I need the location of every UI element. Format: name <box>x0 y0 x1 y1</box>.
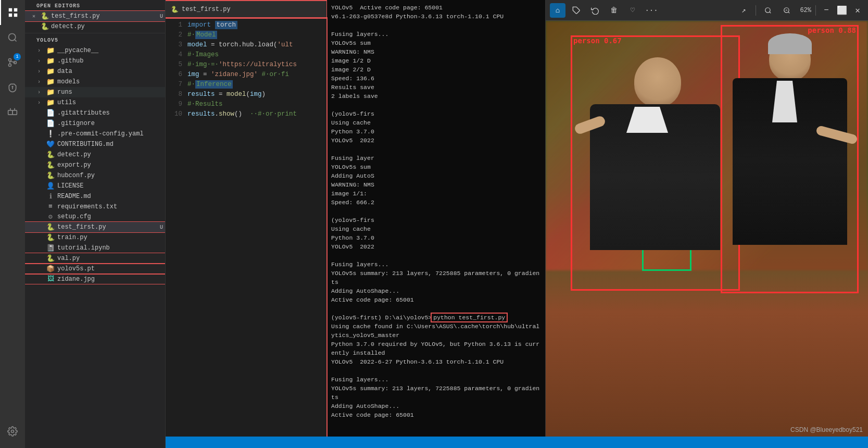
activity-explorer[interactable] <box>0 0 25 25</box>
tree-label: LICENSE <box>57 182 83 190</box>
tree-item-license[interactable]: › 👤 LICENSE <box>25 181 165 191</box>
tree-label: export.py <box>57 161 91 169</box>
tree-item-utils[interactable]: › 📁 utils <box>25 97 165 108</box>
tree-label: __pycache__ <box>57 47 98 54</box>
term-line: Fusing layers... <box>331 375 541 384</box>
sidebar: OPEN EDITORS ✕ 🐍 test_first.py U ✕ 🐍 det… <box>25 0 166 448</box>
statusbar <box>166 437 868 448</box>
tree-item-tutorial[interactable]: › 📓 tutorial.ipynb <box>25 243 165 253</box>
activity-debug[interactable] <box>0 75 25 100</box>
tree-item-gitattributes[interactable]: › 📄 .gitattributes <box>25 108 165 118</box>
term-line: Python 3.7.0 <box>331 127 541 136</box>
svg-point-15 <box>11 430 14 433</box>
activity-search[interactable] <box>0 25 25 50</box>
line-content: #·Inference <box>187 80 233 90</box>
term-line: YOLOv5 2022 <box>331 242 541 251</box>
open-editor-test-first[interactable]: ✕ 🐍 test_first.py U <box>25 11 165 21</box>
tree-label: yolov5s.pt <box>57 265 95 272</box>
term-line: WARNING: NMS <box>331 47 541 56</box>
divider <box>25 33 165 33</box>
activity-source-control[interactable]: 1 <box>0 50 25 75</box>
line-content: #·Model <box>187 30 217 40</box>
term-line <box>331 21 541 30</box>
line-num: 2 <box>168 30 182 40</box>
tree-item-zidane[interactable]: › 🖼 zidane.jpg <box>25 274 165 284</box>
folder-icon: 📁 <box>46 88 55 96</box>
home-button[interactable]: ⌂ <box>550 3 565 18</box>
tree-item-contributing[interactable]: › 💙 CONTRIBUTING.md <box>25 139 165 150</box>
tree-item-test-first[interactable]: › 🐍 test_first.py U <box>25 222 165 232</box>
tree-item-val[interactable]: › 🐍 val.py <box>25 253 165 264</box>
terminal[interactable]: YOLOv5 Active code page: 65001 v6.1-263-… <box>327 0 546 437</box>
image-icon: 🖼 <box>46 275 55 283</box>
tree-label: runs <box>57 89 72 96</box>
tree-label: test_first.py <box>57 223 106 231</box>
line-num: 8 <box>168 90 182 99</box>
rotate-button[interactable] <box>587 3 603 18</box>
activity-settings[interactable] <box>0 419 25 444</box>
close-window-button[interactable]: ✕ <box>851 4 864 17</box>
tree-item-pycache[interactable]: › 📁 __pycache__ <box>25 45 165 56</box>
person-right-figure <box>722 26 858 297</box>
folder-icon: 📁 <box>46 98 55 107</box>
chevron-icon: › <box>37 48 46 54</box>
python-file-icon: 🐍 <box>46 161 55 169</box>
svg-point-4 <box>9 34 16 41</box>
term-line: YOLOv5s summary: 213 layers, 7225885 par… <box>331 384 541 402</box>
term-line: Fusing layers... <box>331 30 541 39</box>
tree-item-data[interactable]: › 📁 data <box>25 66 165 77</box>
delete-button[interactable]: 🗑 <box>606 3 622 18</box>
python-file-icon: 🐍 <box>46 171 55 180</box>
term-line: Adding AutoShape... <box>331 287 541 295</box>
tree-item-precommit[interactable]: › ❕ .pre-commit-config.yaml <box>25 129 165 139</box>
tree-item-models[interactable]: › 📁 models <box>25 77 165 87</box>
open-editor-filename-2: detect.py <box>51 23 85 30</box>
python-file-icon: 🐍 <box>46 223 55 231</box>
tree-item-readme[interactable]: › ℹ README.md <box>25 191 165 202</box>
open-editor-detect[interactable]: ✕ 🐍 detect.py <box>25 21 165 32</box>
code-line-9: 9 #·Results <box>166 99 326 109</box>
tree-item-train[interactable]: › 🐍 train.py <box>25 232 165 243</box>
line-num: 3 <box>168 40 182 50</box>
zoom-out-button[interactable] <box>779 3 795 18</box>
more-button[interactable]: ··· <box>644 3 659 18</box>
zoom-in-button[interactable] <box>760 3 776 18</box>
tree-label: tutorial.ipynb <box>57 244 110 252</box>
close-icon[interactable]: ✕ <box>29 13 39 19</box>
svg-rect-1 <box>14 8 17 11</box>
term-line: Results save <box>331 83 541 92</box>
term-line: YOLOv5 2022-6-27 Python-3.6.13 torch-1.1… <box>331 357 541 366</box>
minimize-button[interactable]: − <box>820 4 833 17</box>
editor-tab[interactable]: 🐍 test_first.py <box>166 0 326 18</box>
folder-icon: 📁 <box>46 46 55 55</box>
term-line <box>331 304 541 313</box>
tree-label: utils <box>57 99 76 106</box>
term-line: YOLOv5s sum <box>331 39 541 47</box>
svg-rect-0 <box>9 8 12 11</box>
tree-item-hubconf[interactable]: › 🐍 hubconf.py <box>25 170 165 181</box>
tree-label: val.py <box>57 255 80 262</box>
svg-line-5 <box>15 40 17 42</box>
tree-label: CONTRIBUTING.md <box>57 141 114 148</box>
activity-extensions[interactable] <box>0 100 25 125</box>
activity-bar: 1 <box>0 0 25 448</box>
open-editors-title: OPEN EDITORS <box>25 0 165 11</box>
line-content: #·Images <box>187 50 219 60</box>
tree-item-export-py[interactable]: › 🐍 export.py <box>25 160 165 170</box>
tree-item-requirements[interactable]: › ≡ requirements.txt <box>25 202 165 211</box>
tree-item-detect-py[interactable]: › 🐍 detect.py <box>25 150 165 160</box>
python-file-icon: 🐍 <box>46 254 55 263</box>
tree-item-github[interactable]: › 📁 .github <box>25 56 165 66</box>
tree-item-gitignore[interactable]: › 📄 .gitignore <box>25 118 165 129</box>
chevron-icon: › <box>37 79 46 85</box>
tree-item-setup[interactable]: › ⚙ setup.cfg <box>25 211 165 222</box>
term-line: Active code page: 65001 <box>331 295 541 304</box>
expand-button[interactable]: ↗ <box>736 3 751 18</box>
svg-point-12 <box>12 86 13 88</box>
maximize-button[interactable]: ⬜ <box>836 4 848 17</box>
tree-item-runs[interactable]: › 📁 runs <box>25 87 165 97</box>
tag-button[interactable] <box>569 3 584 18</box>
heart-button[interactable]: ♡ <box>625 3 640 18</box>
tab-python-icon: 🐍 <box>171 6 179 14</box>
tree-item-yolov5s[interactable]: › 📦 yolov5s.pt <box>25 264 165 274</box>
